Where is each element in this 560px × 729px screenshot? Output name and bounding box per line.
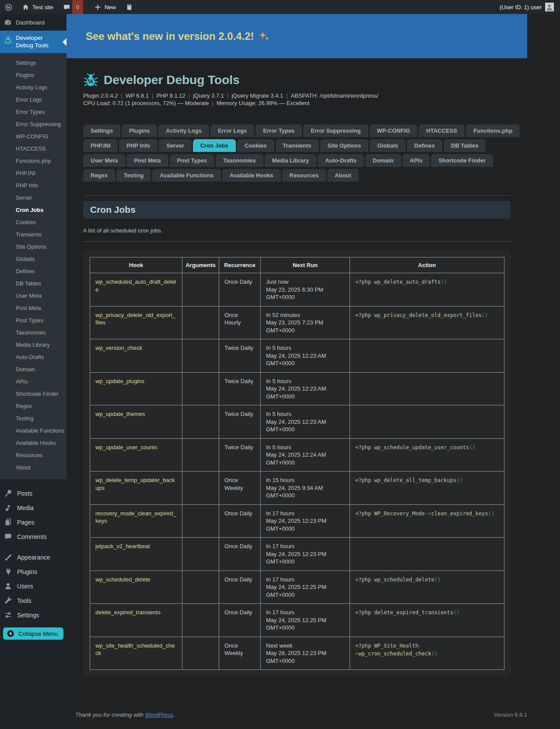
tab-defines[interactable]: Defines <box>407 139 442 152</box>
comment-count-badge[interactable]: 0 <box>72 0 83 14</box>
submenu-item-post-meta[interactable]: Post Meta <box>0 302 66 314</box>
tab-taxonomies[interactable]: Taxonomies <box>216 154 263 167</box>
submenu-item-taxonomies[interactable]: Taxonomies <box>0 326 66 338</box>
tab-plugins[interactable]: Plugins <box>122 124 157 137</box>
tab-available-functions[interactable]: Available Functions <box>152 169 220 182</box>
tab-cron-jobs[interactable]: Cron Jobs <box>193 139 236 152</box>
plugin-docs-button[interactable] <box>121 0 138 14</box>
code-segment: <?php WP_Recovery_Mode <box>355 511 425 517</box>
sidebar-item-tools[interactable]: Tools <box>0 593 66 608</box>
wrench-icon <box>4 596 12 605</box>
tab-error-types[interactable]: Error Types <box>256 124 302 137</box>
whats-new-banner[interactable]: See what's new in version 2.0.4.2! <box>66 14 527 58</box>
site-name-button[interactable]: Test site <box>17 0 58 14</box>
submenu-item-php-info[interactable]: PHP Info <box>0 179 66 191</box>
tab-error-suppressing[interactable]: Error Suppressing <box>303 124 368 137</box>
submenu-item-cookies[interactable]: Cookies <box>0 216 66 228</box>
submenu-item-post-types[interactable]: Post Types <box>0 314 66 326</box>
submenu-item-available-hooks[interactable]: Available Hooks <box>0 437 66 449</box>
submenu-item-server[interactable]: Server <box>0 191 66 204</box>
tab-post-meta[interactable]: Post Meta <box>126 154 168 167</box>
submenu-item-auto-drafts[interactable]: Auto-Drafts <box>0 351 66 363</box>
submenu-item-domain[interactable]: Domain <box>0 363 66 375</box>
sidebar-item-plugins[interactable]: Plugins <box>0 564 66 579</box>
tab-available-hooks[interactable]: Available Hooks <box>222 169 281 182</box>
submenu-item-activity-logs[interactable]: Activity Logs <box>0 81 66 93</box>
sidebar-item-comments[interactable]: Comments <box>0 529 66 544</box>
tab-db-tables[interactable]: DB Tables <box>444 139 486 152</box>
tab-functions-php[interactable]: Functions.php <box>466 124 520 137</box>
submenu-item-functions-php[interactable]: Functions.php <box>0 155 66 167</box>
user-account-label[interactable]: (User ID: 1) user <box>500 4 542 11</box>
submenu-item-error-suppressing[interactable]: Error Suppressing <box>0 118 66 130</box>
new-button[interactable]: New <box>89 0 121 14</box>
submenu-item-globals[interactable]: Globals <box>0 253 66 265</box>
tab-auto-drafts[interactable]: Auto-Drafts <box>318 154 364 167</box>
tab-testing[interactable]: Testing <box>116 169 151 182</box>
submenu-item-site-options[interactable]: Site Options <box>0 240 66 253</box>
tab-site-options[interactable]: Site Options <box>320 139 369 152</box>
tab-php-ini[interactable]: PHP.INI <box>83 139 118 152</box>
sidebar-item-dashboard[interactable]: Dashboard <box>0 14 66 31</box>
submenu-item-testing[interactable]: Testing <box>0 412 66 424</box>
tab-resources[interactable]: Resources <box>282 169 326 182</box>
tab-transients[interactable]: Transients <box>276 139 319 152</box>
submenu-item-error-types[interactable]: Error Types <box>0 106 66 118</box>
submenu-item-cron-jobs[interactable]: Cron Jobs <box>0 204 66 216</box>
tab-media-library[interactable]: Media Library <box>265 154 317 167</box>
submenu-item-shortcode-finder[interactable]: Shortcode Finder <box>0 387 66 400</box>
meta-item: Memory Usage: 26.99% — Excellent <box>217 100 309 106</box>
submenu-item-regex[interactable]: Regex <box>0 400 66 412</box>
submenu-item-error-logs[interactable]: Error Logs <box>0 93 66 106</box>
submenu-item-settings[interactable]: Settings <box>0 56 66 69</box>
cell-recurrence: Once Hourly <box>219 306 261 339</box>
sidebar-item-developer-debug-tools[interactable]: W Developer Debug Tools <box>0 31 66 53</box>
tab-apis[interactable]: APIs <box>402 154 430 167</box>
tab-error-logs[interactable]: Error Logs <box>210 124 254 137</box>
sidebar-item-appearance[interactable]: Appearance <box>0 550 66 564</box>
tab-domain[interactable]: Domain <box>365 154 401 167</box>
cell-hook: recovery_mode_clean_expired_keys <box>90 504 182 538</box>
tab-shortcode-finder[interactable]: Shortcode Finder <box>431 154 493 167</box>
tab-server[interactable]: Server <box>159 139 191 152</box>
submenu-item-available-functions[interactable]: Available Functions <box>0 424 66 437</box>
submenu-item-htaccess[interactable]: HTACCESS <box>0 142 66 155</box>
tab-wp-config[interactable]: WP-CONFIG <box>370 124 418 137</box>
submenu-item-apis[interactable]: APIs <box>0 375 66 387</box>
tab-about[interactable]: About <box>327 169 359 182</box>
cell-next-run: Next weekMay 28, 2025 12:23 PMGMT+0000 <box>261 637 350 670</box>
cell-action: <?php wp_privacy_delete_old_export_files… <box>350 306 504 339</box>
submenu-item-about[interactable]: About <box>0 461 66 473</box>
code-segment: () <box>441 279 447 285</box>
sidebar-item-posts[interactable]: Posts <box>0 486 66 500</box>
wordpress-link[interactable]: WordPress <box>145 711 173 718</box>
submenu-item-wp-config[interactable]: WP-CONFIG <box>0 130 66 142</box>
tab-php-info[interactable]: PHP Info <box>119 139 158 152</box>
tab-htaccess[interactable]: HTACCESS <box>419 124 465 137</box>
tab-globals[interactable]: Globals <box>370 139 406 152</box>
comments-button[interactable] <box>58 0 72 14</box>
submenu-item-media-library[interactable]: Media Library <box>0 338 66 351</box>
tab-post-types[interactable]: Post Types <box>170 154 214 167</box>
sidebar-item-users[interactable]: Users <box>0 579 66 593</box>
tab-regex[interactable]: Regex <box>83 169 115 182</box>
collapse-menu-button[interactable]: Collapse Menu <box>3 627 63 640</box>
avatar[interactable] <box>545 3 554 11</box>
submenu-item-db-tables[interactable]: DB Tables <box>0 277 66 289</box>
submenu-item-user-meta[interactable]: User Meta <box>0 289 66 302</box>
submenu-item-plugins[interactable]: Plugins <box>0 69 66 81</box>
meta-line-2: CPU Load: 0.72 (1 processors, 72%) — Mod… <box>83 99 511 107</box>
submenu-item-defines[interactable]: Defines <box>0 265 66 277</box>
tab-activity-logs[interactable]: Activity Logs <box>158 124 209 137</box>
tab-settings[interactable]: Settings <box>83 124 120 137</box>
tab-user-meta[interactable]: User Meta <box>83 154 125 167</box>
submenu-item-resources[interactable]: Resources <box>0 449 66 461</box>
sidebar-item-media[interactable]: Media <box>0 500 66 515</box>
submenu-item-transients[interactable]: Transients <box>0 228 66 240</box>
tab-cookies[interactable]: Cookies <box>237 139 274 152</box>
sidebar-item-pages[interactable]: Pages <box>0 515 66 529</box>
cell-recurrence: Once Daily <box>219 604 261 637</box>
submenu-item-php-ini[interactable]: PHP.INI <box>0 167 66 179</box>
sidebar-item-settings[interactable]: Settings <box>0 608 66 622</box>
wordpress-logo-button[interactable]: W <box>0 0 17 14</box>
